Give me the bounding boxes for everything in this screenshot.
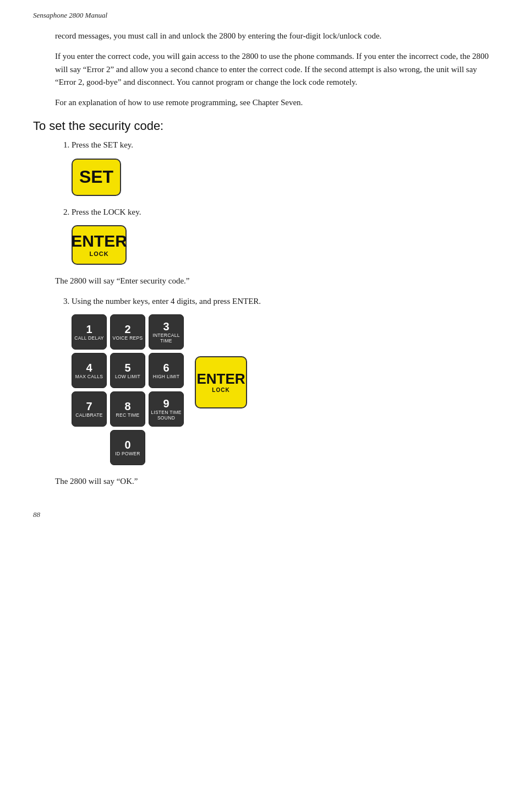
key-0: 0 ID POWER [110,430,145,465]
page-header: Sensaphone 2800 Manual [33,11,492,20]
enter-key-keypad: ENTER LOCK [195,356,247,408]
key-5: 5 LOW LIMIT [110,353,145,388]
enter-lock-key: ENTER LOCK [72,225,127,265]
section-heading: To set the security code: [33,119,492,133]
enter-key-area: ENTER LOCK [195,318,247,408]
enter-lock-key-illustration: ENTER LOCK [72,225,492,265]
prompt-text: The 2800 will say “Enter security code.” [55,275,492,287]
manual-title: Sensaphone 2800 Manual [33,11,107,19]
enter-keypad-sub: LOCK [212,387,229,393]
page-number: 88 [33,510,40,519]
set-key-illustration: SET [72,159,492,196]
key-3: 3 INTERCALL TIME [149,314,184,350]
result-text: The 2800 will say “OK.” [55,475,492,488]
numpad-grid: 1 CALL DELAY 2 VOICE REPS 3 INTERCALL TI… [72,314,184,465]
enter-keypad-main: ENTER [196,372,245,386]
paragraph-1: record messages, you must call in and un… [55,30,492,42]
key-1: 1 CALL DELAY [72,314,107,350]
step-2-text: 2. Press the LOCK key. [63,206,492,219]
keypad-illustration: 1 CALL DELAY 2 VOICE REPS 3 INTERCALL TI… [72,314,492,465]
key-4: 4 MAX CALLS [72,353,107,388]
enter-lock-main-label: ENTER [71,233,127,249]
key-6: 6 HIGH LIMIT [149,353,184,388]
key-empty-left [72,430,107,465]
paragraph-3: For an explanation of how to use remote … [55,96,492,109]
set-key: SET [72,159,121,196]
paragraph-2: If you enter the correct code, you will … [55,50,492,89]
page-footer: 88 [33,510,492,519]
step-1-text: 1. Press the SET key. [63,139,492,151]
key-7: 7 CALIBRATE [72,391,107,427]
enter-lock-sub-label: LOCK [89,250,108,257]
key-empty-right [149,430,184,465]
key-2: 2 VOICE REPS [110,314,145,350]
key-9: 9 LISTEN TIME SOUND [149,391,184,427]
step-3-text: 3. Using the number keys, enter 4 digits… [63,295,492,308]
key-8: 8 REC TIME [110,391,145,427]
